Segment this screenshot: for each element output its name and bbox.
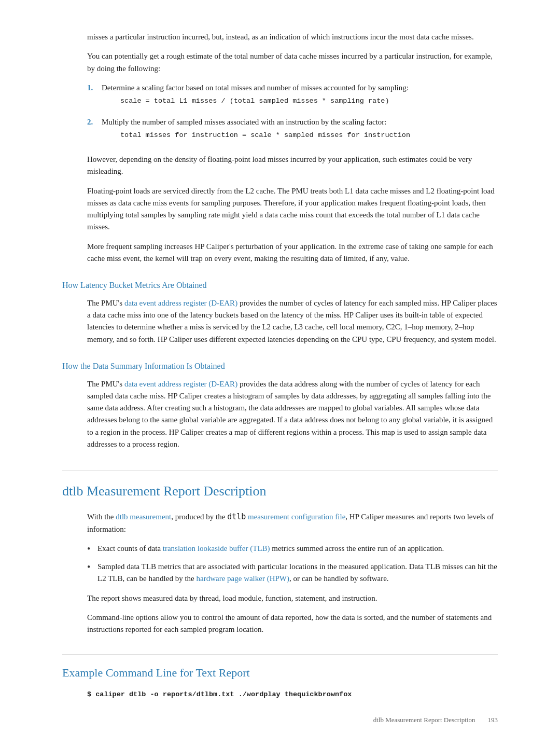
list-content-1: Determine a scaling factor based on tota… (102, 82, 498, 112)
command-text: $ caliper dtlb -o reports/dtlbm.txt ./wo… (87, 690, 352, 698)
measurement-config-link[interactable]: measurement configuration file (248, 513, 345, 521)
paragraph-5: More frequent sampling increases HP Cali… (87, 241, 498, 265)
numbered-item-2: 2. Multiply the number of sampled misses… (87, 116, 498, 146)
hpw-link[interactable]: hardware page walker (HPW) (197, 574, 290, 583)
list-content-2: Multiply the number of sampled misses as… (102, 116, 498, 146)
footer-label: dtlb Measurement Report Description (373, 715, 475, 725)
dtlb-measurement-link[interactable]: dtlb measurement (116, 513, 171, 521)
footer-page: 193 (488, 715, 498, 725)
section2-link[interactable]: data event address register (D-EAR) (124, 380, 237, 388)
list-number-2: 2. (87, 116, 102, 146)
major-heading-dtlb: dtlb Measurement Report Description (62, 470, 498, 502)
section2-text-after: provides the data address along with the… (87, 380, 493, 448)
major-intro-text1: With the (87, 513, 116, 521)
bullet1-text-after: metrics summed across the entire run of … (270, 544, 444, 552)
bullet-content-1: Exact counts of data translation lookasi… (97, 543, 498, 555)
section-heading-datasummary: How the Data Summary Information Is Obta… (62, 360, 498, 373)
bullet-item-1: • Exact counts of data translation looka… (87, 543, 498, 556)
tlb-link[interactable]: translation lookaside buffer (TLB) (163, 544, 270, 552)
bullet1-text-before: Exact counts of data (97, 544, 163, 552)
code-line-1: scale = total L1 misses / (total sampled… (120, 96, 498, 107)
command-bold: $ caliper dtlb -o reports/dtlbm.txt ./wo… (87, 690, 352, 698)
section2-body: The PMU's data event address register (D… (87, 378, 498, 451)
bullet-dot-1: • (87, 543, 97, 556)
major-para-after1: The report shows measured data by thread… (87, 592, 498, 604)
bullet-list: • Exact counts of data translation looka… (87, 543, 498, 585)
bullet-content-2: Sampled data TLB metrics that are associ… (97, 561, 498, 585)
numbered-item-1: 1. Determine a scaling factor based on t… (87, 82, 498, 112)
bullet-item-2: • Sampled data TLB metrics that are asso… (87, 561, 498, 585)
list-text-2: Multiply the number of sampled misses as… (102, 118, 386, 126)
example-heading: Example Command Line for Text Report (62, 654, 498, 682)
numbered-list: 1. Determine a scaling factor based on t… (87, 82, 498, 146)
section1-link[interactable]: data event address register (D-EAR) (124, 299, 237, 307)
major-intro-text2: , produced by the (171, 513, 227, 521)
major-intro: With the dtlb measurement, produced by t… (87, 511, 498, 535)
code-line-2: total misses for instruction = scale * s… (120, 130, 498, 141)
list-text-1: Determine a scaling factor based on tota… (102, 84, 409, 92)
list-number-1: 1. (87, 82, 102, 112)
bullet-dot-2: • (87, 561, 97, 574)
bullet2-text-after: , or can be handled by software. (289, 574, 389, 583)
paragraph-2: You can potentially get a rough estimate… (87, 50, 498, 75)
section2-text-before: The PMU's (87, 380, 124, 388)
major-para-after2: Command-line options allow you to contro… (87, 612, 498, 636)
page: misses a particular instruction incurred… (0, 0, 560, 746)
section-heading-latency: How Latency Bucket Metrics Are Obtained (62, 279, 498, 292)
section1-body: The PMU's data event address register (D… (87, 297, 498, 346)
command-block: $ caliper dtlb -o reports/dtlbm.txt ./wo… (87, 689, 498, 700)
footer: dtlb Measurement Report Description 193 (373, 715, 498, 725)
paragraph-4: Floating-point loads are serviced direct… (87, 185, 498, 233)
paragraph-1: misses a particular instruction incurred… (87, 31, 498, 43)
paragraph-3: However, depending on the density of flo… (87, 154, 498, 178)
section1-text-before: The PMU's (87, 299, 124, 307)
dtlb-code: dtlb (227, 512, 246, 521)
